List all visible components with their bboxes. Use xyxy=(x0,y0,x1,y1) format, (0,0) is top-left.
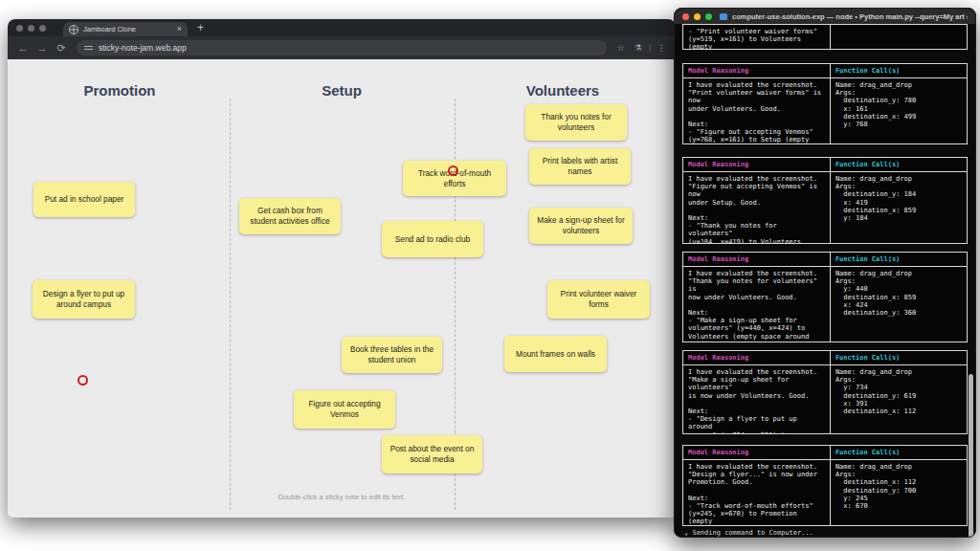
tab-jamboard-clone[interactable]: Jamboard Clone × xyxy=(63,22,188,36)
click-marker-icon xyxy=(78,375,88,386)
model-reasoning-header: Model Reasoning xyxy=(683,158,831,171)
function-call-text: Name: drag_and_drop Args: destination_y:… xyxy=(831,78,967,143)
forward-button[interactable]: → xyxy=(34,42,50,54)
model-reasoning-text: I have evaluated the screenshot. "Print … xyxy=(683,78,831,143)
function-call-text: Name: drag_and_drop Args: destination_x:… xyxy=(831,460,967,525)
sticky-note[interactable]: Post about the event on social media xyxy=(382,435,482,474)
maximize-window-button[interactable] xyxy=(39,25,46,32)
function-calls-header: Function Call(s) xyxy=(831,64,967,77)
sticky-note[interactable]: Make a sign-up sheet for volunteers xyxy=(529,208,633,244)
agent-log-panel: Model ReasoningFunction Call(s)I have ev… xyxy=(682,63,968,144)
sticky-note[interactable]: Print labels with artist names xyxy=(529,148,631,185)
terminal-window: computer-use-solution-exp — node • Pytho… xyxy=(674,8,976,538)
model-reasoning-text: - "Print volunteer waiver forms" (y=519,… xyxy=(683,25,831,49)
maximize-window-button[interactable] xyxy=(705,13,712,20)
kebab-menu-icon[interactable]: ⋮ xyxy=(655,43,668,53)
agent-log-panel: Model ReasoningFunction Call(s)I have ev… xyxy=(682,157,968,244)
tab-title: Jamboard Clone xyxy=(83,25,172,33)
site-settings-icon[interactable] xyxy=(84,44,93,52)
sticky-note-board[interactable]: PromotionSetupVolunteers Put ad in schoo… xyxy=(8,59,676,518)
model-reasoning-header: Model Reasoning xyxy=(683,351,831,364)
back-button[interactable]: ← xyxy=(15,42,31,54)
agent-log-panel: Model ReasoningFunction Call(s)I have ev… xyxy=(682,252,968,342)
column-heading-promotion: Promotion xyxy=(84,82,156,99)
column-heading-volunteers: Volunteers xyxy=(526,82,599,99)
experiments-beaker-icon[interactable]: ⚗ xyxy=(632,43,645,53)
model-reasoning-header: Model Reasoning xyxy=(683,446,831,459)
terminal-title-bar: computer-use-solution-exp — node • Pytho… xyxy=(675,9,975,24)
agent-log-panel-partial: - "Print volunteer waiver forms" (y=519,… xyxy=(682,24,968,50)
terminal-proxy-icon xyxy=(720,13,727,20)
agent-log-panel: Model ReasoningFunction Call(s)I have ev… xyxy=(682,350,968,434)
browser-window: Jamboard Clone × + ← → ⟳ sticky-note-jam… xyxy=(8,19,676,518)
close-window-button[interactable] xyxy=(16,25,23,32)
function-call-text: Name: drag_and_drop Args: y: 440 destina… xyxy=(831,267,967,342)
reload-button[interactable]: ⟳ xyxy=(54,42,69,55)
model-reasoning-header: Model Reasoning xyxy=(683,64,831,77)
bookmark-star-icon[interactable]: ☆ xyxy=(614,43,628,53)
model-reasoning-text: I have evaluated the screenshot. "Design… xyxy=(683,460,831,525)
model-reasoning-text: I have evaluated the screenshot. "Make a… xyxy=(683,365,831,433)
browser-toolbar: ← → ⟳ sticky-note-jam.web.app ☆ ⚗ | ⋮ xyxy=(8,36,676,59)
minimize-window-button[interactable] xyxy=(694,13,701,20)
sticky-note[interactable]: Send ad to radio club xyxy=(382,221,483,257)
terminal-scrollbar[interactable] xyxy=(969,374,973,538)
column-divider xyxy=(230,99,231,510)
sticky-note[interactable]: Get cash box from student activities off… xyxy=(239,198,341,234)
browser-window-controls[interactable] xyxy=(16,25,46,32)
sticky-note[interactable]: Figure out accepting Venmos xyxy=(294,390,395,429)
sticky-note[interactable]: Thank you notes for volunteers xyxy=(525,104,627,141)
tab-close-icon[interactable]: × xyxy=(177,25,182,33)
function-calls-header: Function Call(s) xyxy=(831,351,967,364)
column-heading-setup: Setup xyxy=(322,82,362,99)
function-call-text: Name: drag_and_drop Args: destination_y:… xyxy=(831,172,967,243)
sticky-note[interactable]: Print volunteer waiver forms xyxy=(547,280,650,319)
model-reasoning-text: I have evaluated the screenshot. "Figure… xyxy=(683,172,831,243)
globe-favicon-icon xyxy=(69,25,78,34)
function-calls-header: Function Call(s) xyxy=(831,158,967,171)
function-call-text xyxy=(831,25,967,49)
sticky-note[interactable]: Mount frames on walls xyxy=(504,336,607,372)
terminal-status-line: ⌄ Sending command to Computer... xyxy=(684,529,813,537)
model-reasoning-header: Model Reasoning xyxy=(683,253,831,266)
click-marker-icon xyxy=(448,165,458,176)
agent-log-panel: Model ReasoningFunction Call(s)I have ev… xyxy=(682,445,968,526)
terminal-title: computer-use-solution-exp — node • Pytho… xyxy=(732,12,968,21)
sticky-note[interactable]: Put ad in school paper xyxy=(33,182,135,217)
function-calls-header: Function Call(s) xyxy=(831,253,967,266)
board-hint-text: Double-click a sticky note to edit its t… xyxy=(278,493,406,501)
toolbar-divider: | xyxy=(649,43,651,53)
function-call-text: Name: drag_and_drop Args: y: 734 destina… xyxy=(831,365,967,433)
function-calls-header: Function Call(s) xyxy=(831,446,967,459)
browser-tab-strip: Jamboard Clone × + xyxy=(8,19,676,36)
close-window-button[interactable] xyxy=(682,13,689,20)
new-tab-button[interactable]: + xyxy=(197,22,204,33)
model-reasoning-text: I have evaluated the screenshot. "Thank … xyxy=(683,267,831,342)
address-bar[interactable]: sticky-note-jam.web.app xyxy=(77,40,607,55)
sticky-note[interactable]: Book three tables in the student union xyxy=(342,337,442,373)
sticky-note[interactable]: Design a flyer to put up around campus xyxy=(33,280,135,319)
minimize-window-button[interactable] xyxy=(28,25,34,32)
url-text: sticky-note-jam.web.app xyxy=(99,43,187,53)
